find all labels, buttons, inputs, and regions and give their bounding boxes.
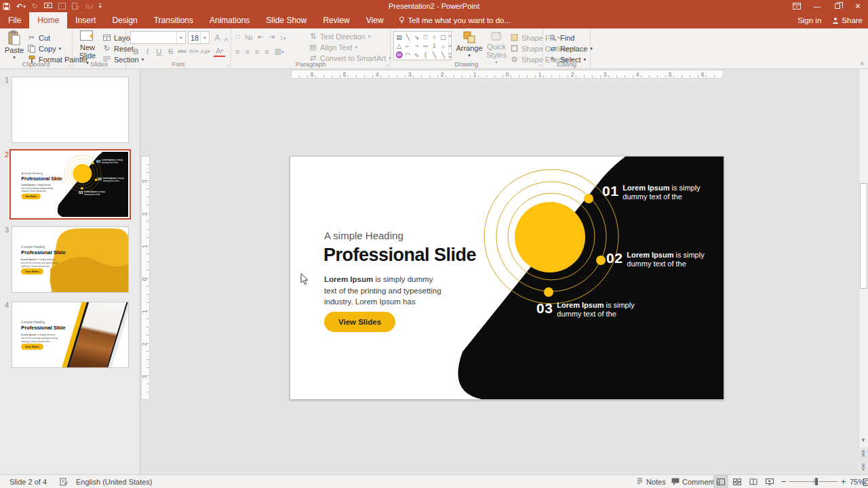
paste-button[interactable]: Paste▾: [4, 30, 24, 60]
font-size-input[interactable]: [189, 34, 199, 42]
copy-button[interactable]: Copy▾: [27, 43, 61, 54]
vertical-scrollbar[interactable]: [859, 69, 868, 447]
shape-arrow-icon[interactable]: ↘: [412, 33, 421, 41]
shapes-more-icon[interactable]: ▾: [449, 54, 451, 59]
slide-indicator[interactable]: Slide 2 of 4: [9, 475, 47, 488]
change-case-button[interactable]: Aa▾: [199, 45, 211, 57]
zoom-level[interactable]: 75%: [850, 475, 865, 488]
slide-show-button[interactable]: [762, 475, 777, 488]
close-button[interactable]: ×: [848, 0, 868, 12]
spell-check-icon[interactable]: [60, 475, 68, 488]
character-spacing-button[interactable]: AV▾: [188, 45, 199, 57]
replace-button[interactable]: ⇄ Replace▾: [549, 43, 593, 54]
ribbon-display-options-icon[interactable]: [787, 0, 807, 12]
line-spacing-icon[interactable]: ↕▾: [279, 33, 285, 41]
shape-down-arrow-icon[interactable]: ⇩: [430, 41, 439, 50]
columns-icon[interactable]: ▥▾: [275, 47, 284, 56]
sign-in-link[interactable]: Sign in: [797, 16, 821, 24]
align-text-button[interactable]: ▤ Align Text▾: [309, 42, 357, 52]
slide-kicker-text[interactable]: A simple Heading: [324, 230, 403, 241]
shape-textbox-icon[interactable]: ▤: [395, 33, 403, 41]
font-size-combo[interactable]: ▾: [188, 31, 210, 44]
shape-line2-icon[interactable]: ╲: [430, 50, 439, 59]
shape-curve-icon[interactable]: ∿: [412, 50, 421, 59]
shapes-scroll-up-icon[interactable]: ▴: [449, 33, 451, 37]
shape-arc-icon[interactable]: ◠: [403, 50, 412, 59]
tab-animations[interactable]: Animations: [201, 12, 258, 28]
justify-icon[interactable]: ≡: [264, 47, 269, 56]
bold-button[interactable]: B: [130, 45, 142, 57]
notes-button[interactable]: Notes: [636, 475, 666, 488]
slide-canvas[interactable]: A simple Heading Professional Slide Lore…: [290, 156, 724, 400]
language-indicator[interactable]: English (United States): [76, 475, 153, 488]
previous-slide-button[interactable]: ∧∧: [859, 449, 867, 461]
normal-view-button[interactable]: [713, 475, 728, 488]
shape-brace-icon[interactable]: (: [421, 50, 430, 59]
slide-thumbnail-3[interactable]: A simple Heading Professional Slide Lore…: [12, 226, 129, 293]
tab-file[interactable]: File: [0, 12, 29, 28]
cut-button[interactable]: ✂Cut: [27, 33, 50, 43]
collapse-ribbon-icon[interactable]: ∧: [860, 60, 864, 66]
shape-triangle-icon[interactable]: △: [395, 41, 403, 50]
minimize-button[interactable]: —: [807, 0, 827, 12]
italic-button[interactable]: I: [142, 45, 153, 57]
font-color-button[interactable]: A▾: [214, 45, 225, 57]
bullets-icon[interactable]: ∷: [235, 33, 240, 41]
increase-indent-icon[interactable]: ⇥: [269, 33, 275, 41]
align-center-icon[interactable]: ≡: [245, 47, 249, 56]
tab-slide-show[interactable]: Slide Show: [258, 12, 315, 28]
shape-line3-icon[interactable]: ╲: [439, 50, 448, 59]
paragraph-dialog-launcher-icon[interactable]: ⌟: [386, 62, 389, 67]
slide-thumbnail-4[interactable]: A simple Heading Professional Slide Lore…: [12, 302, 129, 368]
reading-view-button[interactable]: [746, 475, 761, 488]
zoom-in-button[interactable]: +: [841, 475, 846, 488]
align-right-icon[interactable]: ≡: [255, 47, 259, 56]
numbering-icon[interactable]: №: [245, 33, 253, 41]
next-slide-button[interactable]: ∨∨: [859, 462, 867, 474]
shape-elbow-icon[interactable]: ⌐: [403, 41, 412, 50]
drawing-dialog-launcher-icon[interactable]: ⌟: [538, 62, 541, 67]
slide-item-03[interactable]: 03 Lorem Ipsum is simply dummy text of t…: [536, 301, 638, 319]
tab-review[interactable]: Review: [315, 12, 357, 28]
shapes-scroll-down-icon[interactable]: ▾: [449, 43, 451, 48]
slide-item-01[interactable]: 01 Lorem Ipsum is simply dummy text of t…: [602, 184, 704, 201]
shape-rounded-rectangle-icon[interactable]: ▢: [439, 33, 448, 41]
shape-elbow-arrow-icon[interactable]: ¬: [412, 41, 421, 50]
underline-button[interactable]: U: [153, 45, 165, 57]
decrease-indent-icon[interactable]: ⇤: [258, 33, 264, 41]
tab-insert[interactable]: Insert: [67, 12, 104, 28]
view-slides-button[interactable]: View Slides: [324, 312, 395, 332]
tab-design[interactable]: Design: [104, 12, 145, 28]
slide-item-02[interactable]: 02 Lorem Ipsum is simply dummy text of t…: [606, 251, 708, 268]
zoom-slider-thumb[interactable]: [815, 478, 818, 485]
fit-to-window-icon[interactable]: [863, 476, 868, 488]
align-left-icon[interactable]: ≡: [235, 47, 239, 56]
tab-home[interactable]: Home: [29, 12, 67, 28]
shape-oval-icon[interactable]: ○: [430, 33, 439, 41]
scroll-down-icon[interactable]: ▾: [859, 437, 867, 443]
shrink-font-button[interactable]: A: [220, 33, 232, 45]
slide-sorter-view-button[interactable]: [730, 475, 745, 488]
shape-scribble-icon[interactable]: ♒: [395, 50, 403, 59]
quick-styles-button[interactable]: Quick Styles▾: [484, 31, 509, 64]
font-dialog-launcher-icon[interactable]: ⌟: [226, 62, 229, 67]
tab-view[interactable]: View: [358, 12, 392, 28]
share-button[interactable]: Share: [832, 16, 863, 24]
shape-rectangle-icon[interactable]: □: [421, 33, 430, 41]
comments-button[interactable]: Comments: [671, 475, 718, 488]
slide-body-text[interactable]: Lorem Ipsum is simply dummy text of the …: [324, 274, 443, 308]
text-direction-button[interactable]: ⇅ Text Direction▾: [309, 31, 370, 41]
arrange-button[interactable]: Arrange▾: [456, 31, 483, 58]
scrollbar-thumb[interactable]: [860, 183, 867, 289]
font-name-combo[interactable]: ▾: [130, 31, 186, 44]
shape-callout-icon[interactable]: ⌂: [439, 41, 448, 50]
shape-line-icon[interactable]: ╲: [403, 33, 412, 41]
tell-me-box[interactable]: Tell me what you want to do...: [392, 12, 518, 28]
shape-right-arrow-icon[interactable]: ⇨: [421, 41, 430, 50]
zoom-out-button[interactable]: −: [781, 475, 787, 488]
restore-button[interactable]: [827, 0, 848, 12]
text-shadow-button[interactable]: abc: [176, 45, 188, 57]
zoom-slider[interactable]: [789, 481, 838, 482]
find-button[interactable]: Find: [549, 33, 574, 43]
slide-title-text[interactable]: Professional Slide: [323, 245, 476, 266]
